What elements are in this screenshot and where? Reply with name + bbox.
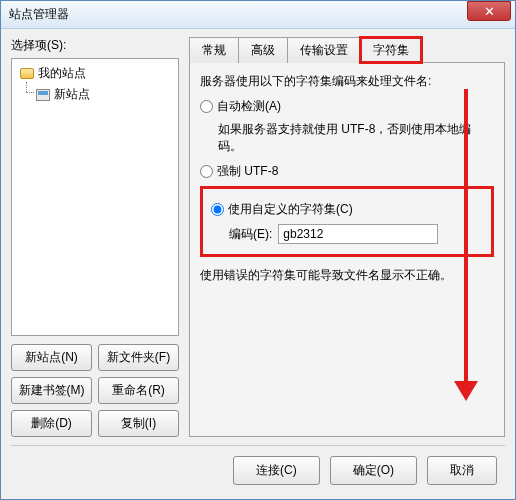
ok-button[interactable]: 确定(O) (330, 456, 417, 485)
charset-panel: 服务器使用以下的字符集编码来处理文件名: 自动检测(A) 如果服务器支持就使用 … (189, 62, 505, 437)
annotation-arrow-head-icon (454, 381, 478, 401)
folder-icon (20, 68, 34, 79)
titlebar: 站点管理器 ✕ (1, 1, 515, 29)
select-label: 选择项(S): (11, 37, 179, 54)
tree-child-label: 新站点 (54, 86, 90, 103)
radio-auto-input[interactable] (200, 100, 213, 113)
close-icon: ✕ (484, 4, 495, 19)
radio-force[interactable]: 强制 UTF-8 (200, 163, 494, 180)
tree-root-label: 我的站点 (38, 65, 86, 82)
site-manager-window: 站点管理器 ✕ 选择项(S): 我的站点 新站点 新 (0, 0, 516, 500)
delete-button[interactable]: 删除(D) (11, 410, 92, 437)
custom-charset-highlight: 使用自定义的字符集(C) 编码(E): (200, 186, 494, 257)
connect-button[interactable]: 连接(C) (233, 456, 320, 485)
new-folder-button[interactable]: 新文件夹(F) (98, 344, 179, 371)
panel-description: 服务器使用以下的字符集编码来处理文件名: (200, 73, 494, 90)
radio-force-input[interactable] (200, 165, 213, 178)
window-body: 选择项(S): 我的站点 新站点 新站点(N) 新文件夹(F) 新建书签(M) (1, 29, 515, 499)
warning-text: 使用错误的字符集可能导致文件名显示不正确。 (200, 267, 494, 284)
copy-button[interactable]: 复制(I) (98, 410, 179, 437)
radio-custom-input[interactable] (211, 203, 224, 216)
radio-custom-label: 使用自定义的字符集(C) (228, 201, 353, 218)
radio-force-label: 强制 UTF-8 (217, 163, 278, 180)
rename-button[interactable]: 重命名(R) (98, 377, 179, 404)
tab-transfer[interactable]: 传输设置 (287, 37, 361, 63)
tab-advanced[interactable]: 高级 (238, 37, 288, 63)
radio-auto-label: 自动检测(A) (217, 98, 281, 115)
close-button[interactable]: ✕ (467, 1, 511, 21)
auto-note: 如果服务器支持就使用 UTF-8，否则使用本地编码。 (200, 121, 494, 155)
radio-auto[interactable]: 自动检测(A) (200, 98, 494, 115)
right-panel: 常规 高级 传输设置 字符集 服务器使用以下的字符集编码来处理文件名: 自动检测… (189, 37, 505, 437)
window-title: 站点管理器 (9, 6, 69, 23)
encoding-label: 编码(E): (229, 226, 272, 243)
new-site-button[interactable]: 新站点(N) (11, 344, 92, 371)
tab-charset[interactable]: 字符集 (360, 37, 422, 63)
radio-custom[interactable]: 使用自定义的字符集(C) (211, 201, 483, 218)
dialog-footer: 连接(C) 确定(O) 取消 (11, 445, 505, 489)
tab-general[interactable]: 常规 (189, 37, 239, 63)
tree-child[interactable]: 新站点 (16, 84, 174, 105)
new-bookmark-button[interactable]: 新建书签(M) (11, 377, 92, 404)
cancel-button[interactable]: 取消 (427, 456, 497, 485)
annotation-arrow-line (464, 89, 468, 389)
site-tree[interactable]: 我的站点 新站点 (11, 58, 179, 336)
tab-bar: 常规 高级 传输设置 字符集 (189, 37, 505, 63)
server-icon (36, 89, 50, 101)
tree-root[interactable]: 我的站点 (16, 63, 174, 84)
encoding-input[interactable] (278, 224, 438, 244)
content-row: 选择项(S): 我的站点 新站点 新站点(N) 新文件夹(F) 新建书签(M) (11, 37, 505, 437)
